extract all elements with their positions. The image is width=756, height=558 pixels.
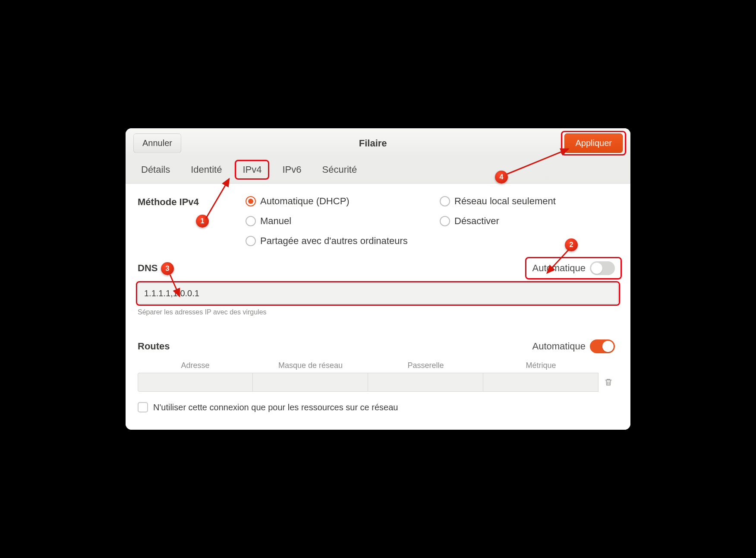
ipv4-method-label: Méthode IPv4 [138, 196, 246, 208]
route-gateway-input[interactable] [368, 373, 483, 392]
ipv4-method-section: Méthode IPv4 Automatique (DHCP) Réseau l… [138, 196, 618, 247]
radio-icon [440, 196, 450, 206]
radio-local-only[interactable]: Réseau local seulement [440, 196, 591, 207]
restrict-label: N'utiliser cette connexion que pour les … [153, 403, 398, 412]
restrict-checkbox[interactable] [138, 402, 148, 412]
routes-header: Routes Automatique [138, 338, 618, 355]
routes-table-header: Adresse Masque de réseau Passerelle Métr… [138, 361, 618, 373]
radio-label: Réseau local seulement [454, 196, 556, 207]
dns-servers-input[interactable] [138, 283, 618, 304]
radio-icon [440, 216, 450, 226]
route-netmask-input[interactable] [252, 373, 368, 392]
col-metric: Métrique [483, 361, 598, 370]
routes-auto-group: Automatique [529, 338, 618, 355]
route-address-input[interactable] [138, 373, 253, 392]
cancel-button[interactable]: Annuler [133, 133, 181, 153]
radio-label: Partagée avec d'autres ordinateurs [260, 235, 408, 247]
radio-icon [246, 196, 256, 206]
tab-ipv4[interactable]: IPv4 [239, 162, 265, 177]
radio-disable[interactable]: Désactiver [440, 216, 591, 227]
tabs-bar: Détails Identité IPv4 IPv6 Sécurité [126, 156, 630, 183]
tab-identity[interactable]: Identité [187, 162, 225, 177]
dns-header: DNS Automatique [138, 260, 618, 277]
routes-table: Adresse Masque de réseau Passerelle Métr… [138, 361, 618, 392]
radio-shared[interactable]: Partagée avec d'autres ordinateurs [246, 235, 591, 247]
trash-icon [604, 378, 613, 387]
radio-dhcp[interactable]: Automatique (DHCP) [246, 196, 440, 207]
routes-label: Routes [138, 341, 170, 352]
restrict-connection-row[interactable]: N'utiliser cette connexion que pour les … [138, 402, 618, 412]
dns-label: DNS [138, 263, 158, 274]
col-gateway: Passerelle [368, 361, 483, 370]
route-delete-button[interactable] [598, 373, 618, 392]
dns-hint: Séparer les adresses IP avec des virgule… [138, 308, 618, 316]
network-settings-dialog: Annuler Filaire Appliquer Détails Identi… [126, 128, 630, 430]
routes-row [138, 373, 618, 392]
titlebar: Annuler Filaire Appliquer [126, 128, 630, 156]
radio-icon [246, 216, 256, 226]
ipv4-method-radios: Automatique (DHCP) Réseau local seulemen… [246, 196, 591, 247]
col-address: Adresse [138, 361, 253, 370]
tab-details[interactable]: Détails [138, 162, 173, 177]
window-title: Filaire [359, 138, 387, 149]
radio-label: Automatique (DHCP) [260, 196, 350, 207]
radio-icon [246, 236, 256, 246]
dns-auto-toggle[interactable] [590, 261, 615, 275]
ipv4-panel: Méthode IPv4 Automatique (DHCP) Réseau l… [126, 183, 630, 430]
route-metric-input[interactable] [483, 373, 598, 392]
routes-auto-label: Automatique [532, 341, 586, 352]
dns-auto-group: Automatique [529, 260, 618, 277]
dns-auto-label: Automatique [532, 263, 586, 274]
radio-manual[interactable]: Manuel [246, 216, 440, 227]
col-netmask: Masque de réseau [253, 361, 368, 370]
apply-button[interactable]: Appliquer [564, 133, 623, 153]
tab-security[interactable]: Sécurité [318, 162, 360, 177]
routes-auto-toggle[interactable] [590, 339, 615, 353]
radio-label: Désactiver [454, 216, 499, 227]
tab-ipv6[interactable]: IPv6 [279, 162, 305, 177]
radio-label: Manuel [260, 216, 291, 227]
